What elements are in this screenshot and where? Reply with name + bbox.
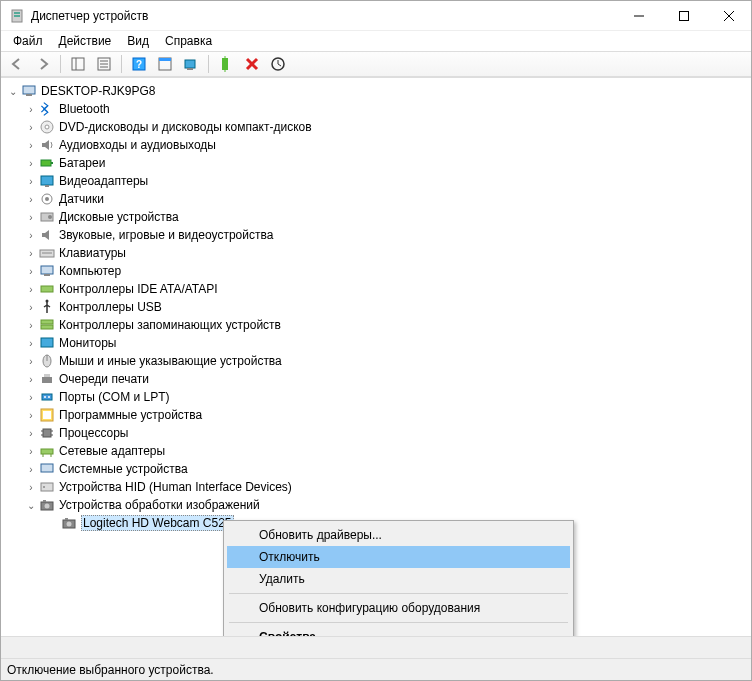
category-node[interactable]: ›Мыши и иные указывающие устройства: [1, 352, 751, 370]
menu-bar: Файл Действие Вид Справка: [1, 31, 751, 51]
bluetooth-icon: [39, 101, 55, 117]
category-node[interactable]: ›Порты (COM и LPT): [1, 388, 751, 406]
category-label: Порты (COM и LPT): [59, 390, 170, 404]
category-node[interactable]: ›Датчики: [1, 190, 751, 208]
software-icon: [39, 407, 55, 423]
expand-icon[interactable]: ›: [23, 335, 39, 351]
category-node[interactable]: ›Устройства HID (Human Interface Devices…: [1, 478, 751, 496]
context-menu-item[interactable]: Отключить: [227, 546, 570, 568]
expand-icon[interactable]: ›: [23, 353, 39, 369]
svg-rect-19: [222, 58, 228, 70]
title-bar: Диспетчер устройств: [1, 1, 751, 31]
menu-help[interactable]: Справка: [157, 32, 220, 50]
category-label: Аудиовходы и аудиовыходы: [59, 138, 216, 152]
svg-point-32: [45, 197, 49, 201]
category-node[interactable]: ›Аудиовходы и аудиовыходы: [1, 136, 751, 154]
context-menu-item[interactable]: Свойства: [227, 626, 570, 636]
expand-icon[interactable]: ›: [23, 425, 39, 441]
category-label: Компьютер: [59, 264, 121, 278]
expand-icon[interactable]: ›: [23, 119, 39, 135]
close-button[interactable]: [706, 1, 751, 30]
expand-icon[interactable]: ›: [23, 101, 39, 117]
category-node[interactable]: ›Bluetooth: [1, 100, 751, 118]
category-node[interactable]: ›Дисковые устройства: [1, 208, 751, 226]
category-node[interactable]: ›Очереди печати: [1, 370, 751, 388]
category-node[interactable]: ›Компьютер: [1, 262, 751, 280]
update-button[interactable]: [266, 53, 290, 75]
context-menu-item[interactable]: Обновить драйверы...: [227, 524, 570, 546]
category-label: Bluetooth: [59, 102, 110, 116]
expand-icon[interactable]: ›: [23, 245, 39, 261]
context-menu-item[interactable]: Удалить: [227, 568, 570, 590]
forward-button[interactable]: [31, 53, 55, 75]
expand-icon[interactable]: ›: [23, 371, 39, 387]
category-node[interactable]: ›Видеоадаптеры: [1, 172, 751, 190]
maximize-button[interactable]: [661, 1, 706, 30]
help-button[interactable]: ?: [127, 53, 151, 75]
expand-icon[interactable]: ›: [23, 299, 39, 315]
enable-button[interactable]: [214, 53, 238, 75]
expand-icon[interactable]: ›: [23, 407, 39, 423]
properties-button[interactable]: [92, 53, 116, 75]
context-menu: Обновить драйверы...ОтключитьУдалитьОбно…: [223, 520, 574, 636]
back-button[interactable]: [5, 53, 29, 75]
collapse-icon[interactable]: ⌄: [5, 83, 21, 99]
category-label: DVD-дисководы и дисководы компакт-дисков: [59, 120, 312, 134]
expand-icon[interactable]: ⌄: [23, 497, 39, 513]
category-label: Мыши и иные указывающие устройства: [59, 354, 282, 368]
hid-icon: [39, 479, 55, 495]
device-tree[interactable]: ⌄DESKTOP-RJK9PG8›Bluetooth›DVD-дисководы…: [1, 77, 751, 636]
category-node[interactable]: ›Программные устройства: [1, 406, 751, 424]
category-node[interactable]: ›Контроллеры USB: [1, 298, 751, 316]
category-node[interactable]: ›Системные устройства: [1, 460, 751, 478]
svg-rect-24: [26, 94, 32, 96]
category-node[interactable]: ›Контроллеры запоминающих устройств: [1, 316, 751, 334]
expand-icon[interactable]: ›: [23, 263, 39, 279]
expand-icon[interactable]: ›: [23, 137, 39, 153]
menu-view[interactable]: Вид: [119, 32, 157, 50]
expand-icon[interactable]: ›: [23, 209, 39, 225]
expand-icon[interactable]: ›: [23, 227, 39, 243]
menu-file[interactable]: Файл: [5, 32, 51, 50]
expand-icon[interactable]: ›: [23, 155, 39, 171]
svg-rect-16: [159, 58, 171, 61]
action-button[interactable]: [153, 53, 177, 75]
svg-rect-62: [41, 483, 53, 491]
storage-icon: [39, 317, 55, 333]
minimize-button[interactable]: [616, 1, 661, 30]
status-text: Отключение выбранного устройства.: [7, 663, 214, 677]
expand-icon[interactable]: ›: [23, 173, 39, 189]
category-node[interactable]: ›Контроллеры IDE ATA/ATAPI: [1, 280, 751, 298]
svg-rect-23: [23, 86, 35, 94]
expand-icon[interactable]: ›: [23, 191, 39, 207]
expand-icon[interactable]: ›: [23, 461, 39, 477]
context-menu-item[interactable]: Обновить конфигурацию оборудования: [227, 597, 570, 619]
category-label: Системные устройства: [59, 462, 188, 476]
show-hide-tree-button[interactable]: [66, 53, 90, 75]
mouse-icon: [39, 353, 55, 369]
category-node[interactable]: ›Звуковые, игровые и видеоустройства: [1, 226, 751, 244]
category-label: Дисковые устройства: [59, 210, 179, 224]
svg-rect-1: [14, 12, 20, 14]
category-node[interactable]: ›Сетевые адаптеры: [1, 442, 751, 460]
app-icon: [9, 8, 25, 24]
category-node[interactable]: ›Мониторы: [1, 334, 751, 352]
expand-icon[interactable]: ›: [23, 317, 39, 333]
category-node[interactable]: ›Процессоры: [1, 424, 751, 442]
menu-action[interactable]: Действие: [51, 32, 120, 50]
expand-icon[interactable]: ›: [23, 443, 39, 459]
category-node[interactable]: ›Клавиатуры: [1, 244, 751, 262]
category-node[interactable]: ⌄Устройства обработки изображений: [1, 496, 751, 514]
expand-icon[interactable]: ›: [23, 479, 39, 495]
category-node[interactable]: ›DVD-дисководы и дисководы компакт-диско…: [1, 118, 751, 136]
category-node[interactable]: ›Батареи: [1, 154, 751, 172]
scan-hardware-button[interactable]: [179, 53, 203, 75]
category-label: Устройства обработки изображений: [59, 498, 260, 512]
tree-root[interactable]: ⌄DESKTOP-RJK9PG8: [1, 82, 751, 100]
category-label: Процессоры: [59, 426, 129, 440]
uninstall-button[interactable]: [240, 53, 264, 75]
category-label: Батареи: [59, 156, 105, 170]
svg-rect-43: [41, 338, 53, 347]
expand-icon[interactable]: ›: [23, 281, 39, 297]
expand-icon[interactable]: ›: [23, 389, 39, 405]
